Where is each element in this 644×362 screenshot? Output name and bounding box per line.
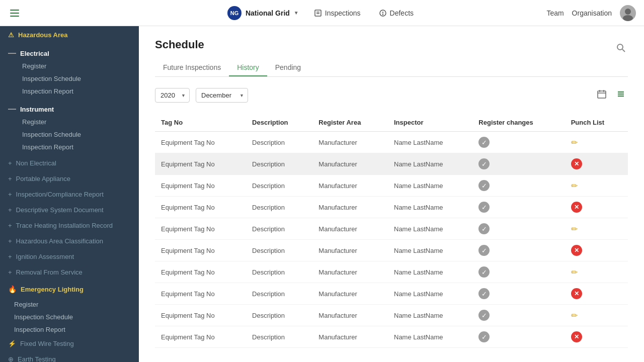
sidebar-hazardous-classification[interactable]: + Hazardous Area Classification xyxy=(0,233,139,249)
cell-punch-list[interactable]: ✕ xyxy=(565,283,628,305)
table-row[interactable]: Equipment Tag No Description Manufacture… xyxy=(155,326,628,348)
svg-point-6 xyxy=(625,9,631,15)
sidebar-instrument-inspection-schedule[interactable]: Inspection Schedule xyxy=(8,128,131,141)
table-row[interactable]: Equipment Tag No Description Manufacture… xyxy=(155,153,628,175)
sidebar: ⚠ Hazardous Area — Electrical Register I… xyxy=(0,26,139,362)
check-circle-icon: ✓ xyxy=(478,137,490,148)
table-row[interactable]: Equipment Tag No Description Manufacture… xyxy=(155,197,628,218)
remove-button[interactable]: ✕ xyxy=(571,288,582,299)
table-row[interactable]: Equipment Tag No Description Manufacture… xyxy=(155,218,628,240)
plus-ignition-icon: + xyxy=(8,253,12,260)
sidebar-hazardous-area[interactable]: ⚠ Hazardous Area xyxy=(0,26,139,44)
cell-punch-list[interactable]: ✕ xyxy=(565,326,628,348)
pencil-button[interactable]: ✏ xyxy=(571,224,578,234)
org-dropdown-chevron[interactable]: ▼ xyxy=(294,10,299,16)
table-row[interactable]: Equipment Tag No Description Manufacture… xyxy=(155,283,628,305)
cell-description: Description xyxy=(246,326,312,348)
cell-tag-no: Equipment Tag No xyxy=(155,197,246,218)
tab-future-inspections[interactable]: Future Inspections xyxy=(155,59,229,76)
sidebar-trace-heating[interactable]: + Trace Heating Installation Record xyxy=(0,218,139,233)
cell-inspector: Name LastName xyxy=(388,218,472,240)
remove-button[interactable]: ✕ xyxy=(571,245,582,256)
table-row[interactable]: Equipment Tag No Description Manufacture… xyxy=(155,305,628,326)
svg-line-9 xyxy=(622,49,625,52)
cell-tag-no: Equipment Tag No xyxy=(155,326,246,348)
schedule-table: Tag No Description Register Area Inspect… xyxy=(155,114,628,348)
tab-pending[interactable]: Pending xyxy=(267,59,309,76)
sidebar-ignition-assessment[interactable]: + Ignition Assessment xyxy=(0,249,139,264)
nav-defects[interactable]: Defects xyxy=(376,7,417,19)
search-top-button[interactable] xyxy=(614,41,628,57)
sidebar-electrical-inspection-schedule[interactable]: Inspection Schedule xyxy=(8,72,131,85)
sidebar-emergency-inspection-report[interactable]: Inspection Report xyxy=(0,323,139,336)
flame-icon: 🔥 xyxy=(8,285,17,293)
cell-inspector: Name LastName xyxy=(388,175,472,197)
col-description: Description xyxy=(246,114,312,132)
team-button[interactable]: Team xyxy=(546,9,564,17)
pencil-button[interactable]: ✏ xyxy=(571,311,578,320)
cell-description: Description xyxy=(246,153,312,175)
cell-punch-list[interactable]: ✏ xyxy=(565,305,628,326)
tab-history[interactable]: History xyxy=(229,59,267,76)
pencil-button[interactable]: ✏ xyxy=(571,267,578,277)
table-row[interactable]: Equipment Tag No Description Manufacture… xyxy=(155,261,628,283)
sidebar-emergency-inspection-schedule[interactable]: Inspection Schedule xyxy=(0,311,139,323)
sidebar-emergency-register[interactable]: Register xyxy=(0,298,139,311)
cell-description: Description xyxy=(246,175,312,197)
pencil-button[interactable]: ✏ xyxy=(571,181,578,191)
check-circle-icon: ✓ xyxy=(478,310,490,321)
sidebar-instrument-header[interactable]: — Instrument xyxy=(8,105,131,114)
sidebar-instrument-inspection-report[interactable]: Inspection Report xyxy=(8,141,131,153)
sidebar-inspection-compliance[interactable]: + Inspection/Compliance Report xyxy=(0,187,139,202)
list-view-button[interactable] xyxy=(614,87,628,104)
cell-register-changes: ✓ xyxy=(472,240,565,261)
sidebar-emergency-lighting-header[interactable]: 🔥 Emergency Lighting xyxy=(0,280,139,298)
cell-punch-list[interactable]: ✕ xyxy=(565,153,628,175)
col-tag-no: Tag No xyxy=(155,114,246,132)
cell-register-area: Manufacturer xyxy=(312,305,388,326)
cell-punch-list[interactable]: ✕ xyxy=(565,240,628,261)
pencil-button[interactable]: ✏ xyxy=(571,138,578,147)
nav-inspections[interactable]: Inspections xyxy=(311,7,364,19)
cell-inspector: Name LastName xyxy=(388,305,472,326)
cell-register-area: Manufacturer xyxy=(312,261,388,283)
cell-description: Description xyxy=(246,132,312,153)
table-row[interactable]: Equipment Tag No Description Manufacture… xyxy=(155,240,628,261)
collapse-instrument-icon: — xyxy=(8,105,16,114)
hamburger-menu[interactable] xyxy=(8,8,21,19)
table-row[interactable]: Equipment Tag No Description Manufacture… xyxy=(155,132,628,153)
avatar[interactable] xyxy=(620,5,636,21)
cell-punch-list[interactable]: ✏ xyxy=(565,132,628,153)
cell-register-changes: ✓ xyxy=(472,218,565,240)
remove-button[interactable]: ✕ xyxy=(571,331,582,342)
check-circle-icon: ✓ xyxy=(478,202,490,213)
cell-inspector: Name LastName xyxy=(388,261,472,283)
sidebar-portable-appliance[interactable]: + Portable Appliance xyxy=(0,171,139,187)
cell-punch-list[interactable]: ✕ xyxy=(565,197,628,218)
earth-icon: ⊕ xyxy=(8,355,14,362)
sidebar-electrical-inspection-report[interactable]: Inspection Report xyxy=(8,85,131,98)
table-row[interactable]: Equipment Tag No Description Manufacture… xyxy=(155,175,628,197)
cell-register-area: Manufacturer xyxy=(312,240,388,261)
sidebar-electrical-header[interactable]: — Electrical xyxy=(8,49,131,58)
cell-punch-list[interactable]: ✏ xyxy=(565,261,628,283)
sidebar-electrical-register[interactable]: Register xyxy=(8,60,131,72)
year-select[interactable]: 2018 2019 2020 2021 2022 xyxy=(155,88,190,103)
remove-button[interactable]: ✕ xyxy=(571,158,582,169)
cell-tag-no: Equipment Tag No xyxy=(155,240,246,261)
check-circle-icon: ✓ xyxy=(478,158,490,169)
cell-description: Description xyxy=(246,305,312,326)
cell-punch-list[interactable]: ✏ xyxy=(565,175,628,197)
sidebar-earth-testing[interactable]: ⊕ Earth Testing xyxy=(0,351,139,362)
cell-register-changes: ✓ xyxy=(472,153,565,175)
organisation-button[interactable]: Organisation xyxy=(572,9,612,17)
sidebar-descriptive-system[interactable]: + Descriptive System Document xyxy=(0,202,139,218)
calendar-button[interactable] xyxy=(595,87,609,104)
cell-punch-list[interactable]: ✏ xyxy=(565,218,628,240)
month-select[interactable]: JanuaryFebruaryMarch AprilMayJune JulyAu… xyxy=(196,88,248,103)
sidebar-removal-from-service[interactable]: + Removal From Service xyxy=(0,264,139,280)
sidebar-instrument-register[interactable]: Register xyxy=(8,116,131,128)
sidebar-fixed-wire[interactable]: ⚡ Fixed Wire Testing xyxy=(0,336,139,351)
remove-button[interactable]: ✕ xyxy=(571,202,582,213)
sidebar-non-electrical[interactable]: + Non Electrical xyxy=(0,155,139,171)
